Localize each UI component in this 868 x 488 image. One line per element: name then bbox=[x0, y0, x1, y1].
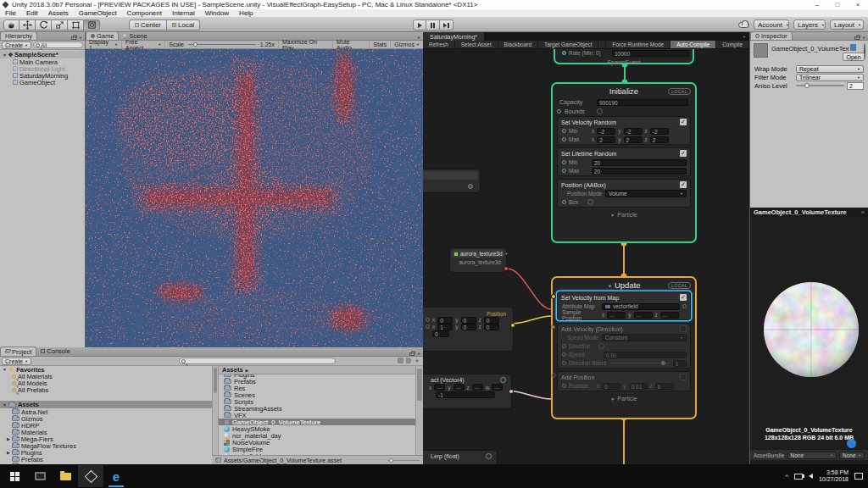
lock-icon[interactable] bbox=[409, 352, 415, 356]
panel-menu-icon[interactable]: ▼ bbox=[862, 36, 865, 40]
block-set-lifetime-random[interactable]: Set Lifetime Random✓ Min20 Max20 bbox=[557, 147, 691, 176]
project-create-button[interactable]: Create▼ bbox=[2, 358, 31, 365]
slider-thumb[interactable] bbox=[389, 458, 393, 463]
clipped-operator-node[interactable] bbox=[423, 169, 481, 193]
input-port-sample-position[interactable] bbox=[551, 294, 556, 299]
lifetime-max-field[interactable]: 20 bbox=[592, 168, 687, 175]
port-icon[interactable] bbox=[557, 109, 561, 114]
thumbnail-size-slider[interactable] bbox=[387, 460, 420, 461]
start-button[interactable] bbox=[2, 465, 27, 487]
panel-menu-icon[interactable]: ▼ bbox=[743, 35, 746, 39]
assetbundle-dropdown[interactable]: None▼ bbox=[787, 452, 837, 459]
tab-saturdaymorning[interactable]: SaturdayMorning* bbox=[423, 32, 485, 41]
blend-field[interactable]: 1 bbox=[673, 360, 687, 367]
initialize-node[interactable]: InitializeLOCAL Capacity 900190 Bounds S… bbox=[551, 82, 697, 243]
vector4-operator-node[interactable]: act (Vector4) x— y— z— w— -1 bbox=[423, 374, 512, 409]
port-icon[interactable] bbox=[562, 51, 566, 55]
tab-inspector[interactable]: Inspector bbox=[750, 31, 793, 40]
expand-icon[interactable]: ▶ bbox=[7, 450, 10, 455]
blackboard-button[interactable]: Blackboard bbox=[498, 41, 539, 48]
expand-icon[interactable]: ▶ bbox=[7, 436, 10, 441]
panel-menu-icon[interactable]: ▼ bbox=[79, 36, 82, 40]
unity-taskbar-button[interactable] bbox=[78, 465, 103, 487]
pivot-center-button[interactable]: Center bbox=[129, 19, 167, 30]
scale-slider-thumb[interactable] bbox=[193, 42, 198, 47]
rate-field[interactable]: 10000 bbox=[612, 50, 689, 57]
block-position-aabox[interactable]: Position (AABox)✓ Position ModeVolume▼ B… bbox=[557, 179, 691, 208]
menu-file[interactable]: File bbox=[0, 9, 21, 17]
pause-button[interactable] bbox=[426, 19, 440, 30]
scale-tool-button[interactable] bbox=[52, 19, 68, 30]
aniso-slider-thumb[interactable] bbox=[804, 83, 810, 88]
block-enabled-checkbox[interactable]: ✓ bbox=[680, 181, 687, 188]
target-gameobject-button[interactable]: Target GameObject bbox=[538, 41, 598, 48]
foldout-icon[interactable]: ▼ bbox=[3, 53, 7, 58]
output-port[interactable] bbox=[510, 323, 515, 328]
blend-slider-thumb[interactable] bbox=[661, 361, 665, 365]
preview-header[interactable]: GameObject_0_VolumeTexture≡ bbox=[750, 208, 868, 217]
tab-project[interactable]: Project bbox=[0, 347, 36, 356]
block-set-velocity-random[interactable]: Set Velocity Random✓ Min x-2 y-2 z-2 Max… bbox=[557, 116, 691, 145]
game-viewport[interactable] bbox=[86, 49, 423, 347]
input-port-direction[interactable] bbox=[551, 324, 556, 330]
panel-menu-icon[interactable]: ▼ bbox=[417, 352, 420, 356]
output-port[interactable] bbox=[509, 389, 514, 394]
volume-icon[interactable] bbox=[809, 474, 813, 479]
speed-mode-dropdown[interactable]: Constant▼ bbox=[602, 334, 687, 341]
lock-icon[interactable] bbox=[854, 36, 860, 40]
breadcrumb[interactable]: Assets▶ bbox=[219, 366, 415, 374]
aniso-slider[interactable] bbox=[796, 85, 844, 86]
scale-slider-track[interactable] bbox=[188, 44, 256, 45]
menu-assets[interactable]: Assets bbox=[43, 9, 74, 17]
lock-icon[interactable] bbox=[71, 36, 76, 40]
initialize-output-port[interactable]: ▼Particle bbox=[553, 210, 695, 219]
space-toggle-icon[interactable] bbox=[597, 108, 603, 114]
assetbundle-variant-dropdown[interactable]: None▼ bbox=[839, 452, 865, 459]
object-picker-icon[interactable] bbox=[682, 304, 687, 308]
preview-settings-icon[interactable] bbox=[847, 439, 856, 448]
compile-button[interactable]: Compile bbox=[716, 41, 749, 48]
lifetime-min-field[interactable]: 20 bbox=[592, 159, 687, 166]
rect-tool-button[interactable] bbox=[68, 19, 84, 30]
position-mode-dropdown[interactable]: Volume▼ bbox=[605, 190, 687, 197]
collab-cloud-button[interactable] bbox=[738, 19, 749, 30]
layout-dropdown[interactable]: Layout▼ bbox=[830, 19, 864, 30]
block-enabled-checkbox[interactable] bbox=[680, 374, 687, 380]
menu-edit[interactable]: Edit bbox=[21, 9, 43, 17]
output-port[interactable] bbox=[468, 184, 473, 189]
pan-tool-button[interactable] bbox=[3, 19, 19, 30]
menu-window[interactable]: Window bbox=[200, 9, 234, 17]
file-list-scrollbar[interactable] bbox=[415, 366, 423, 455]
asset-tag-icon[interactable] bbox=[406, 358, 412, 363]
capacity-field[interactable]: 900190 bbox=[597, 99, 688, 106]
drag-handle-icon[interactable]: ≡ bbox=[861, 208, 865, 216]
mute-audio-button[interactable]: Mute Audio bbox=[333, 41, 370, 49]
close-button[interactable]: × bbox=[848, 0, 868, 9]
force-runtime-button[interactable]: Force Runtime Mode bbox=[605, 41, 670, 48]
lerp-operator-node[interactable]: Lerp (float) bbox=[423, 450, 498, 464]
account-dropdown[interactable]: Account▼ bbox=[754, 19, 789, 30]
attribute-map-field[interactable]: vectorfield bbox=[602, 303, 680, 310]
taskbar-app-1[interactable] bbox=[27, 465, 53, 487]
panel-menu-icon[interactable]: ▼ bbox=[417, 36, 420, 40]
select-asset-button[interactable]: Select Asset bbox=[455, 41, 498, 48]
asset-labels-icon[interactable] bbox=[398, 358, 403, 363]
play-button[interactable] bbox=[413, 19, 426, 30]
favorites-all-prefabs[interactable]: All Prefabs bbox=[0, 386, 212, 393]
menu-help[interactable]: Help bbox=[234, 9, 258, 17]
blend-slider[interactable] bbox=[610, 363, 670, 363]
scale-slider[interactable]: Scale 1.25x bbox=[165, 41, 278, 49]
scrollbar-thumb[interactable] bbox=[417, 369, 422, 401]
action-center-icon[interactable] bbox=[854, 473, 863, 480]
hierarchy-item-gameobject[interactable]: GameObject bbox=[0, 79, 85, 86]
menu-gameobject[interactable]: GameObject bbox=[74, 9, 122, 17]
block-enabled-checkbox[interactable] bbox=[680, 325, 687, 332]
aniso-value-field[interactable]: 2 bbox=[847, 82, 864, 90]
layers-dropdown[interactable]: Layers▼ bbox=[793, 19, 826, 30]
display-dropdown[interactable]: Display 1▼ bbox=[86, 41, 122, 49]
block-enabled-checkbox[interactable]: ✓ bbox=[680, 119, 687, 125]
gear-icon[interactable] bbox=[500, 377, 506, 383]
output-port[interactable] bbox=[504, 266, 509, 271]
min-x-field[interactable]: -2 bbox=[597, 128, 615, 135]
aurora-texture3d-node[interactable]: aurora_texture3d ▼ aurora_texture3d bbox=[449, 247, 507, 273]
